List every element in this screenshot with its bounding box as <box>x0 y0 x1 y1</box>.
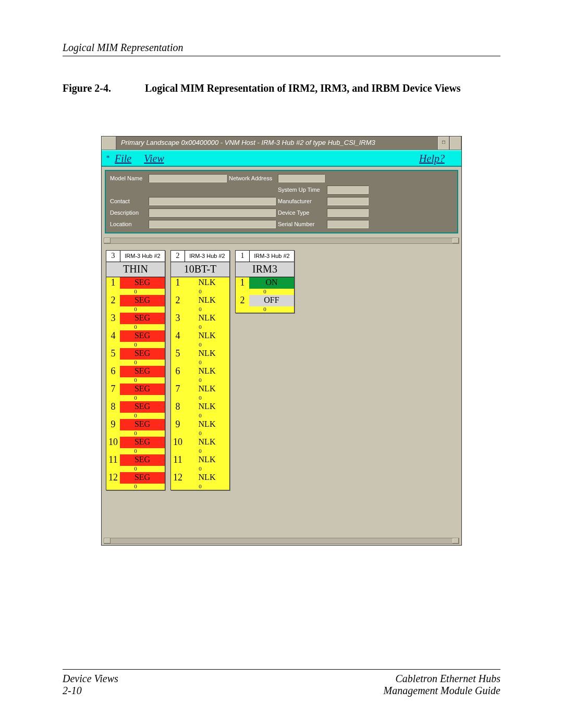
port-status: NLK <box>185 419 229 430</box>
port-number: 5 <box>106 348 120 360</box>
port-counter: 0 <box>106 413 165 419</box>
port-row[interactable]: 12SEG0 <box>106 472 165 490</box>
port-counter: 0 <box>106 342 165 348</box>
workspace: 3IRM-3 Hub #2THIN1SEG02SEG03SEG04SEG05SE… <box>102 245 461 537</box>
figure-caption: Figure 2-4. Logical MIM Representation o… <box>63 82 500 94</box>
window-title: Primary Landscape 0x00400000 - VNM Host … <box>117 137 437 150</box>
port-counter: 0 <box>171 413 229 419</box>
port-counter: 0 <box>106 430 165 437</box>
port-number: 6 <box>106 366 120 377</box>
port-row[interactable]: 10SEG0 <box>106 437 165 454</box>
menu-file[interactable]: File <box>115 153 131 165</box>
window-control-button-a[interactable]: □ <box>437 137 449 150</box>
horizontal-scrollbar-top[interactable] <box>102 237 461 245</box>
port-row[interactable]: 9NLK0 <box>171 419 229 437</box>
field-contact[interactable] <box>149 197 276 205</box>
port-number: 1 <box>171 277 185 289</box>
port-status: SEG <box>120 330 165 342</box>
port-number: 1 <box>106 277 120 289</box>
port-counter: 0 <box>171 484 229 490</box>
port-counter: 0 <box>106 466 165 472</box>
system-menu-button[interactable] <box>102 137 117 150</box>
port-row[interactable]: 5SEG0 <box>106 348 165 366</box>
port-number: 1 <box>236 277 249 289</box>
port-number: 6 <box>171 366 185 377</box>
port-number: 10 <box>171 437 185 448</box>
port-row[interactable]: 8SEG0 <box>106 401 165 419</box>
app-window: Primary Landscape 0x00400000 - VNM Host … <box>101 136 462 546</box>
port-counter: 0 <box>106 289 165 295</box>
label-device-type: Device Type <box>278 209 325 216</box>
port-row[interactable]: 1NLK0 <box>171 277 229 295</box>
port-row[interactable]: 7SEG0 <box>106 384 165 401</box>
module-hub-name: IRM-3 Hub #2 <box>185 251 229 262</box>
field-serial-number[interactable] <box>327 220 369 228</box>
field-system-up-time[interactable] <box>327 186 369 194</box>
port-status: SEG <box>120 437 165 448</box>
port-number: 2 <box>236 295 249 306</box>
port-row[interactable]: 6NLK0 <box>171 366 229 384</box>
field-location[interactable] <box>149 220 276 228</box>
field-device-type[interactable] <box>327 208 369 217</box>
port-counter: 0 <box>171 466 229 472</box>
port-status: NLK <box>185 384 229 395</box>
port-number: 9 <box>171 419 185 430</box>
port-number: 2 <box>106 295 120 306</box>
port-row[interactable]: 11SEG0 <box>106 454 165 472</box>
port-row[interactable]: 3SEG0 <box>106 313 165 330</box>
port-row[interactable]: 11NLK0 <box>171 454 229 472</box>
port-row[interactable]: 12NLK0 <box>171 472 229 490</box>
footer-left-line2: 2-10 <box>63 685 118 697</box>
port-row[interactable]: 1ON0 <box>236 277 294 295</box>
module-card[interactable]: 1IRM-3 Hub #2IRM31ON02OFF0 <box>235 250 295 313</box>
menu-help[interactable]: Help? <box>419 153 445 165</box>
module-slot-number: 2 <box>171 251 185 262</box>
port-status: SEG <box>120 419 165 430</box>
horizontal-scrollbar-bottom[interactable] <box>102 537 461 545</box>
module-card[interactable]: 2IRM-3 Hub #210BT-T1NLK02NLK03NLK04NLK05… <box>170 250 230 490</box>
port-counter: 0 <box>171 395 229 401</box>
port-row[interactable]: 4SEG0 <box>106 330 165 348</box>
port-row[interactable]: 3NLK0 <box>171 313 229 330</box>
page-footer: Device Views 2-10 Cabletron Ethernet Hub… <box>63 669 500 697</box>
field-description[interactable] <box>149 208 276 217</box>
port-number: 9 <box>106 419 120 430</box>
port-number: 8 <box>171 401 185 413</box>
field-manufacturer[interactable] <box>327 197 369 205</box>
label-system-up-time: System Up Time <box>278 187 325 193</box>
port-row[interactable]: 2NLK0 <box>171 295 229 313</box>
port-status: SEG <box>120 366 165 377</box>
port-status: SEG <box>120 277 165 289</box>
port-status: SEG <box>120 295 165 306</box>
port-row[interactable]: 1SEG0 <box>106 277 165 295</box>
window-control-button-b[interactable] <box>449 137 461 150</box>
port-counter: 0 <box>106 484 165 490</box>
port-counter: 0 <box>106 377 165 384</box>
port-number: 4 <box>106 330 120 342</box>
port-row[interactable]: 8NLK0 <box>171 401 229 419</box>
port-row[interactable]: 9SEG0 <box>106 419 165 437</box>
port-row[interactable]: 7NLK0 <box>171 384 229 401</box>
label-contact: Contact <box>110 198 146 204</box>
field-model-name[interactable] <box>149 174 227 182</box>
port-row[interactable]: 2SEG0 <box>106 295 165 313</box>
port-status: NLK <box>185 472 229 484</box>
port-row[interactable]: 2OFF0 <box>236 295 294 313</box>
port-status: ON <box>249 277 294 289</box>
port-status: NLK <box>185 437 229 448</box>
port-status: SEG <box>120 384 165 395</box>
module-card[interactable]: 3IRM-3 Hub #2THIN1SEG02SEG03SEG04SEG05SE… <box>106 250 165 490</box>
port-number: 10 <box>106 437 120 448</box>
menu-view[interactable]: View <box>144 153 164 165</box>
page-header: Logical MIM Representation <box>63 42 500 56</box>
port-row[interactable]: 4NLK0 <box>171 330 229 348</box>
port-number: 7 <box>171 384 185 395</box>
port-status: SEG <box>120 348 165 360</box>
port-row[interactable]: 10NLK0 <box>171 437 229 454</box>
field-network-address[interactable] <box>278 174 325 182</box>
port-status: NLK <box>185 295 229 306</box>
port-row[interactable]: 6SEG0 <box>106 366 165 384</box>
port-row[interactable]: 5NLK0 <box>171 348 229 366</box>
titlebar: Primary Landscape 0x00400000 - VNM Host … <box>102 137 461 150</box>
port-counter: 0 <box>171 289 229 295</box>
